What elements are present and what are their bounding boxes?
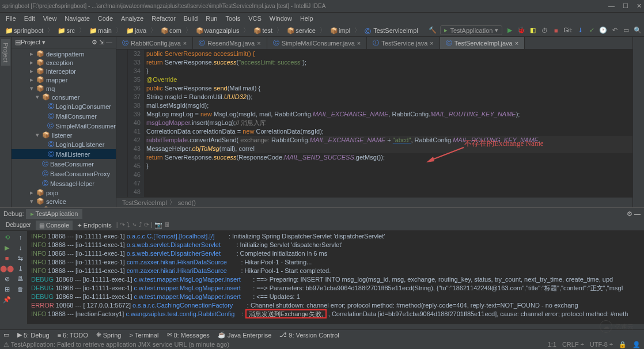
search-icon[interactable]: 🔍 <box>634 26 642 35</box>
breadcrumb-com[interactable]: 📦com <box>158 27 184 34</box>
mute-icon[interactable]: ⊘ <box>3 275 11 283</box>
code-editor[interactable]: 32333435363738394041424344454647484950 p… <box>116 50 632 197</box>
tool-todo[interactable]: ≡6: TODO <box>58 332 88 339</box>
resume-icon[interactable]: ▶ <box>3 244 11 252</box>
breadcrumb2-class[interactable]: TestServiceImpl <box>122 199 167 206</box>
console-log[interactable]: INFO 10868 --- [io-11111-exec-1] o.a.c.c… <box>28 231 644 324</box>
minimize-button[interactable]: — <box>608 2 615 10</box>
menu-tools[interactable]: Tools <box>222 14 244 23</box>
breadcrumb-wangzaiplus[interactable]: 📦wangzaiplus <box>193 27 243 34</box>
coverage-icon[interactable]: ◧ <box>529 26 537 35</box>
up-icon[interactable]: ↑ <box>17 233 25 241</box>
breadcrumb-java[interactable]: 📁java <box>123 27 149 34</box>
git-pull-icon[interactable]: ⤓ <box>576 26 584 35</box>
tab-resendmsg[interactable]: ⒸResendMsg.java× <box>193 37 267 49</box>
breadcrumb-src[interactable]: 📁src <box>55 27 78 34</box>
tool-javaee[interactable]: ☕Java Enterprise <box>218 331 271 339</box>
menu-code[interactable]: Code <box>94 14 116 23</box>
git-revert-icon[interactable]: ↶ <box>611 26 619 35</box>
breadcrumb-service[interactable]: 📦service <box>284 27 319 34</box>
tree-item-designpattern[interactable]: ▸📦designpattern <box>12 50 116 58</box>
menu-navigate[interactable]: Navigate <box>61 14 93 23</box>
debug-icon[interactable]: 🐞 <box>517 26 525 35</box>
menu-file[interactable]: File <box>2 14 20 23</box>
soft-wrap-icon[interactable]: ⇆ <box>17 254 25 262</box>
menu-vcs[interactable]: VCS <box>245 14 265 23</box>
menu-build[interactable]: Build <box>180 14 201 23</box>
tab-simplemailconsumer[interactable]: ⒸSimpleMailConsumer.java× <box>267 37 368 49</box>
tab-testservice[interactable]: ⒾTestService.java× <box>367 37 440 49</box>
breadcrumb-test[interactable]: 📦test <box>251 27 275 34</box>
tree-item-loginlogconsumer[interactable]: ⒸLoginLogConsumer <box>12 101 116 111</box>
stop-icon[interactable]: ■ <box>552 26 560 35</box>
ideavim-icon[interactable]: ▭ <box>622 26 630 35</box>
tool-vcs[interactable]: ⎇9: Version Control <box>279 331 339 339</box>
breadcrumb2-method[interactable]: send() <box>178 199 196 206</box>
tree-item-loginloglistener[interactable]: ⒸLoginLogListener <box>12 139 116 149</box>
run-icon[interactable]: ▶ <box>506 26 514 35</box>
encoding[interactable]: UTF-8 ÷ <box>590 341 613 348</box>
breadcrumb-springboot[interactable]: 📁springboot <box>2 27 46 34</box>
tool-spring[interactable]: ❋Spring <box>96 331 122 339</box>
tool-messages[interactable]: ✉0: Messages <box>167 331 210 339</box>
project-panel-header[interactable]: ▤ Project ▾⚙ ⇲ — <box>12 37 116 48</box>
status-icon[interactable]: ▭ <box>3 331 9 339</box>
close-button[interactable]: ✕ <box>637 2 642 10</box>
menu-refactor[interactable]: Refactor <box>148 14 179 23</box>
clear-icon[interactable]: 🗑 <box>17 285 25 293</box>
tab-testserviceimpl[interactable]: ⒸTestServiceImpl.java× <box>440 37 525 49</box>
endpoints-tab[interactable]: ✦ Endpoints <box>74 221 115 230</box>
inspector-icon[interactable]: 👤 <box>632 341 641 348</box>
tree-item-mq[interactable]: ▾📦mq <box>12 84 116 93</box>
breadcrumb-impl[interactable]: 📦impl <box>327 27 353 34</box>
menu-window[interactable]: Window <box>266 14 296 23</box>
tree-item-simplemailconsumer[interactable]: ⒸSimpleMailConsumer <box>12 121 116 131</box>
tree-item-listener[interactable]: ▾📦listener <box>12 131 116 139</box>
project-tool-tab[interactable]: Project <box>1 39 10 66</box>
breadcrumb-class[interactable]: ⒸTestServiceImpl <box>362 27 421 34</box>
debug-session-tab[interactable]: ▸ TestApplication <box>26 209 83 219</box>
project-tree[interactable]: ▸📦designpattern▸📦exception▸📦interceptor▸… <box>12 48 116 207</box>
build-icon[interactable]: 🔨 <box>429 26 437 35</box>
tree-item-pojo[interactable]: ▸📦pojo <box>12 188 116 197</box>
tree-item-mapper[interactable]: ▸📦mapper <box>12 75 116 84</box>
tree-item-interceptor[interactable]: ▸📦interceptor <box>12 67 116 75</box>
line-sep[interactable]: CRLF ÷ <box>562 341 584 348</box>
menu-help[interactable]: Help <box>297 14 317 23</box>
profile-icon[interactable]: ⏱ <box>540 26 548 35</box>
menu-view[interactable]: View <box>40 14 60 23</box>
tool-debug[interactable]: ▶5: Debug <box>17 331 50 339</box>
print-icon[interactable]: 🖶 <box>17 275 25 283</box>
scroll-end-icon[interactable]: ⤓ <box>17 264 25 272</box>
tree-item-exception[interactable]: ▸📦exception <box>12 58 116 67</box>
code-area[interactable]: public ServerResponse accessLimit() { re… <box>144 50 632 197</box>
rerun-icon[interactable]: ⟲ <box>3 233 11 241</box>
tool-terminal[interactable]: >Terminal <box>129 332 158 339</box>
tree-item-mailconsumer[interactable]: ⒸMailConsumer <box>12 111 116 121</box>
pin-icon[interactable]: 📌 <box>3 295 11 304</box>
tree-item-baseconsumer[interactable]: ⒸBaseConsumer <box>12 159 116 169</box>
tree-item-consumer[interactable]: ▾📦consumer <box>12 93 116 101</box>
menu-run[interactable]: Run <box>202 14 221 23</box>
git-commit-icon[interactable]: ✓ <box>588 26 596 35</box>
tree-item-maillistener[interactable]: ⒸMailListener <box>12 149 116 159</box>
stop-debug-icon[interactable]: ■ <box>3 254 11 262</box>
down-icon[interactable]: ↓ <box>17 244 25 252</box>
layout-icon[interactable]: ⊞ <box>3 285 11 293</box>
breadcrumb-main[interactable]: 📁main <box>86 27 115 34</box>
breakpoints-icon[interactable]: ⬤⬤ <box>3 264 11 272</box>
maximize-button[interactable]: ☐ <box>623 2 628 10</box>
git-history-icon[interactable]: 🕑 <box>599 26 607 35</box>
menu-edit[interactable]: Edit <box>21 14 39 23</box>
debugger-tab[interactable]: Debugger <box>2 221 35 229</box>
console-tab[interactable]: ▤ Console <box>36 221 73 230</box>
tree-item-impl[interactable]: ▾📦impl <box>12 206 116 207</box>
tree-item-service[interactable]: ▾📦service <box>12 197 116 206</box>
run-configuration[interactable]: ▸TestApplication▾ <box>440 25 502 35</box>
debug-settings-icon[interactable]: ⚙ — <box>627 210 641 218</box>
menu-analyze[interactable]: Analyze <box>118 14 147 23</box>
tree-item-baseconsumerproxy[interactable]: ⒸBaseConsumerProxy <box>12 169 116 179</box>
lock-icon[interactable]: 🔒 <box>619 341 627 348</box>
tab-rabbitconfig[interactable]: ⒸRabbitConfig.java× <box>116 37 193 49</box>
tree-item-messagehelper[interactable]: ⒸMessageHelper <box>12 179 116 188</box>
